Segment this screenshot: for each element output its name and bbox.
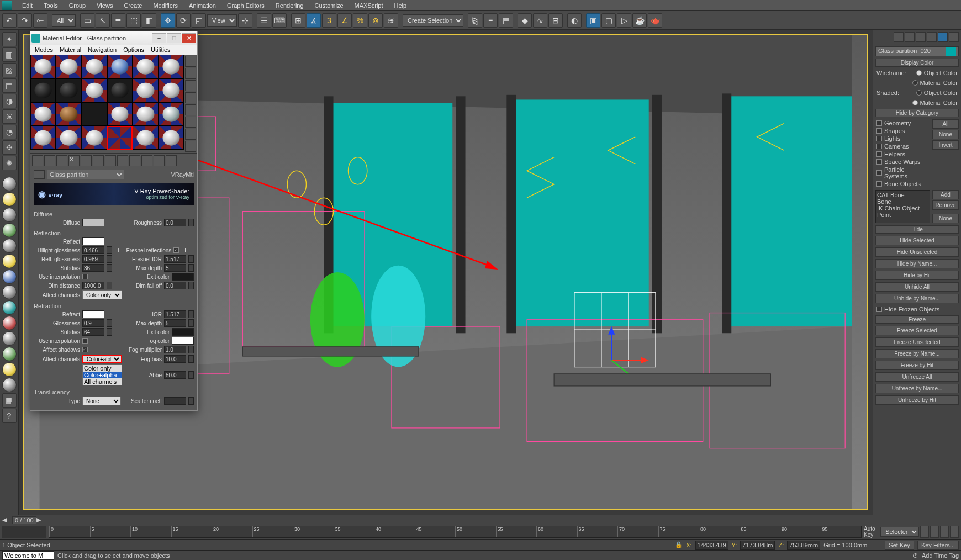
mat-menu-navigation[interactable]: Navigation [85, 46, 120, 53]
window-maximize-button[interactable]: □ [167, 33, 181, 43]
dd-color-alpha[interactable]: Color+alpha [83, 372, 122, 378]
list-remove-button[interactable]: Remove [932, 200, 959, 210]
rollout-hide-category[interactable]: Hide by Category [875, 109, 959, 117]
show-end-result-button[interactable] [141, 155, 152, 166]
swatch-13[interactable] [30, 102, 56, 126]
menu-edit[interactable]: Edit [17, 1, 38, 10]
scatter-spinner[interactable] [188, 397, 194, 405]
swatch-24[interactable] [159, 126, 184, 150]
menu-animation[interactable]: Animation [183, 1, 221, 10]
transl-type-dropdown[interactable]: None [82, 397, 121, 405]
make-preview-button[interactable] [185, 117, 196, 128]
swatch-8[interactable] [56, 78, 81, 102]
mat-menu-utilities[interactable]: Utilities [147, 46, 173, 53]
redo-button[interactable]: ↷ [18, 13, 32, 28]
menu-modifiers[interactable]: Modifiers [147, 1, 183, 10]
refl-affect-dropdown[interactable]: Color only [82, 290, 122, 299]
freeze-by-name-button[interactable]: Freeze by Name... [875, 349, 959, 358]
swatch-4[interactable] [107, 55, 133, 78]
refr-maxdepth-value[interactable]: 5 [164, 319, 186, 327]
scatter-value[interactable] [164, 397, 186, 405]
fresnel-ior-spinner[interactable] [188, 255, 194, 263]
play-next-button[interactable] [950, 526, 959, 538]
scale-button[interactable]: ◱ [192, 13, 206, 28]
snap-angle-button[interactable]: ∠ [337, 13, 352, 28]
dim-dist-value[interactable]: 1000.0 [82, 282, 104, 289]
menu-group[interactable]: Group [64, 1, 92, 10]
mat-sphere-2[interactable] [2, 192, 17, 207]
freeze-selected-button[interactable]: Freeze Selected [875, 326, 959, 335]
wire-objcolor-radio[interactable] [916, 70, 922, 76]
cat-particles-check[interactable] [876, 170, 882, 176]
left-tool-1[interactable]: ✦ [2, 32, 17, 46]
hide-by-name-button[interactable]: Hide by Name... [875, 259, 959, 268]
keyboard-shortcut-button[interactable]: ⌨ [272, 13, 287, 28]
left-tool-7[interactable]: ◔ [2, 125, 17, 139]
mat-menu-options[interactable]: Options [120, 46, 147, 53]
abbe-value[interactable]: 50.0 [164, 371, 186, 379]
named-selection-dropdown[interactable]: Create Selection Se [403, 14, 463, 27]
cat-helpers-check[interactable] [876, 151, 882, 157]
key-mode-dropdown[interactable]: Selected [880, 527, 919, 537]
cat-invert-button[interactable]: Invert [932, 140, 959, 150]
freeze-by-hit-button[interactable]: Freeze by Hit [875, 361, 959, 370]
mirror-button[interactable]: ⧎ [468, 13, 482, 28]
cat-cameras-check[interactable] [876, 144, 882, 149]
left-tool-6[interactable]: ⛯ [2, 109, 17, 124]
mat-sphere-10[interactable] [2, 316, 17, 330]
dim-dist-spinner[interactable] [107, 282, 112, 289]
key-filters-button[interactable]: Key Filters... [917, 541, 959, 550]
background-button[interactable] [185, 80, 196, 91]
quick-render-button[interactable]: ▷ [617, 13, 631, 28]
play-button[interactable] [940, 526, 949, 538]
swatch-7[interactable] [30, 78, 56, 102]
ref-coord-dropdown[interactable]: View [207, 14, 237, 27]
menu-create[interactable]: Create [118, 1, 147, 10]
snap-toggle-button[interactable]: ⊞ [291, 13, 305, 28]
material-editor-button[interactable]: ◐ [567, 13, 582, 28]
cat-bones-check[interactable] [876, 181, 882, 187]
mat-menu-material[interactable]: Material [56, 46, 85, 53]
frame-indicator[interactable]: 0 / 100 [12, 516, 36, 524]
tab-display[interactable] [938, 32, 948, 42]
tab-motion[interactable] [927, 32, 937, 42]
mat-sphere-8[interactable] [2, 285, 17, 299]
cat-geometry-check[interactable] [876, 120, 882, 126]
unhide-all-button[interactable]: Unhide All [875, 282, 959, 292]
window-crossing-button[interactable]: ◧ [142, 13, 156, 28]
refl-maxdepth-value[interactable]: 5 [164, 264, 186, 272]
mat-sphere-3[interactable] [2, 208, 17, 222]
refr-gloss-spinner[interactable] [107, 319, 112, 327]
swatch-5[interactable] [133, 55, 158, 78]
affect-shadows-check[interactable] [82, 347, 88, 352]
layer-button[interactable]: ▤ [499, 13, 513, 28]
hide-unselected-button[interactable]: Hide Unselected [875, 247, 959, 257]
rotate-button[interactable]: ⟳ [176, 13, 191, 28]
fog-color[interactable] [172, 337, 194, 345]
mat-sphere-5[interactable] [2, 239, 17, 253]
put-to-lib-button[interactable] [105, 155, 116, 166]
rollout-display-color[interactable]: Display Color [875, 59, 959, 67]
go-parent-button[interactable] [154, 155, 165, 166]
material-editor-titlebar[interactable]: Material Editor - Glass partition − □ ✕ [30, 31, 197, 45]
material-name-field[interactable]: Glass partition [47, 170, 124, 179]
refr-ior-value[interactable]: 1.517 [164, 310, 186, 318]
refl-maxdepth-spinner[interactable] [188, 264, 194, 272]
fresnel-ior-value[interactable]: 1.517 [164, 255, 186, 263]
render-frame-button[interactable]: ▢ [601, 13, 616, 28]
rollout-freeze[interactable]: Freeze [875, 315, 959, 324]
left-tool-8[interactable]: ✣ [2, 140, 17, 155]
swatch-3[interactable] [82, 55, 107, 78]
sample-type-button[interactable] [185, 56, 196, 67]
assign-button[interactable] [56, 155, 67, 166]
refr-subdivs-value[interactable]: 64 [82, 328, 104, 336]
unfreeze-by-hit-button[interactable]: Unfreeze by Hit [875, 395, 959, 405]
diffuse-color[interactable] [82, 219, 104, 226]
swatch-22-selected[interactable] [107, 126, 133, 150]
tab-hierarchy[interactable] [916, 32, 926, 42]
menu-views[interactable]: Views [91, 1, 118, 10]
fog-bias-spinner[interactable] [188, 355, 194, 363]
freeze-unselected-button[interactable]: Freeze Unselected [875, 337, 959, 347]
refr-interp-check[interactable] [82, 338, 88, 344]
link-button[interactable]: ⟜ [33, 13, 47, 28]
